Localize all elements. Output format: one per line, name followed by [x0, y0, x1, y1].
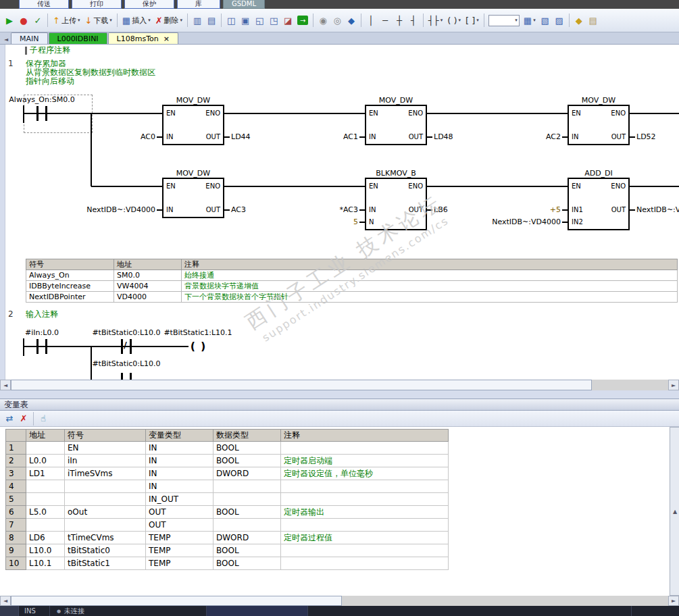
var-table-cell-var_type[interactable]: IN — [146, 455, 213, 467]
var-table-cell-comment[interactable]: 定时器输出 — [281, 506, 449, 519]
operand-label[interactable]: #tBitStatic1:L10.1 — [144, 328, 252, 337]
operand-IN[interactable]: *AC3 — [257, 205, 358, 215]
var-table-cell-comment[interactable] — [281, 519, 449, 532]
var-table-cell-comment[interactable]: 定时器启动端 — [281, 455, 449, 467]
scrollbar-thumb[interactable] — [11, 596, 342, 606]
scroll-up-button[interactable]: ▲ — [670, 427, 679, 596]
var-table-cell-data_type[interactable]: BOOL — [213, 506, 281, 519]
ribbon-tab-3[interactable]: 库 — [177, 0, 220, 9]
ribbon-tab-2[interactable]: 保护 — [124, 0, 174, 9]
var-table-cell-comment[interactable]: 定时器过程值 — [281, 532, 449, 544]
var-table-cell-comment[interactable] — [281, 557, 449, 570]
insert-box-button[interactable]: [ ]▾ — [463, 12, 481, 28]
operand-OUT[interactable]: NextIDB~:VD — [636, 205, 679, 215]
network2-comment[interactable]: 输入注释 — [26, 310, 58, 319]
contact-bar[interactable] — [36, 106, 39, 121]
contact-bar[interactable] — [130, 373, 132, 380]
contact-bar[interactable] — [36, 339, 39, 354]
operand-OUT[interactable]: LD52 — [636, 132, 679, 143]
operand-IN[interactable]: AC0 — [54, 132, 155, 143]
var-table-cell-comment[interactable] — [281, 493, 449, 506]
scroll-left-button[interactable]: ◄ — [0, 596, 11, 606]
delete-button[interactable]: ✗删除▾ — [153, 12, 184, 28]
document-tab-L108msTon[interactable]: L108msTon× — [108, 32, 178, 44]
var-table-cell-symbol[interactable]: oOut — [65, 506, 146, 519]
tab-close-icon[interactable]: × — [164, 34, 170, 43]
scrollbar-thumb[interactable] — [11, 380, 592, 390]
var-table-cell-data_type[interactable] — [213, 480, 281, 493]
ribbon-tab-0[interactable]: 传送 — [19, 0, 69, 9]
insert-row-icon[interactable]: ⇄ — [3, 411, 16, 427]
var-table-cell-symbol[interactable]: EN — [65, 442, 146, 455]
scroll-right-button[interactable]: ► — [668, 596, 679, 606]
symbol-info-table-button[interactable]: ▦▾ — [522, 12, 538, 28]
stop-button[interactable]: ● — [17, 12, 30, 28]
var-table-cell-var_type[interactable]: TEMP — [146, 544, 213, 557]
compile-button[interactable]: ✓ — [31, 12, 45, 28]
var-table-cell-var_type[interactable]: IN — [146, 480, 213, 493]
var-table-cell-data_type[interactable]: DWORD — [213, 532, 281, 544]
var-table-cell-data_type[interactable] — [213, 493, 281, 506]
scroll-right-button[interactable]: ► — [668, 380, 679, 390]
network1-comment-line3[interactable]: 指针向后移动 — [26, 77, 74, 86]
var-table-cell-var_type[interactable]: IN_OUT — [146, 493, 213, 506]
var-table-cell-address[interactable]: L5.0 — [26, 506, 65, 519]
address-combo[interactable]: ▾ — [488, 15, 520, 26]
operand-IN[interactable]: AC1 — [257, 132, 358, 143]
scroll-left-button[interactable]: ◄ — [0, 380, 11, 390]
insert-button[interactable]: ▦插入▾ — [120, 12, 153, 28]
var-table-cell-var_type[interactable]: TEMP — [146, 557, 213, 570]
browse-icon[interactable]: ▤ — [205, 12, 218, 28]
var-table-cell-symbol[interactable]: tBitStatic0 — [65, 544, 146, 557]
var-table-cell-data_type[interactable]: DWORD — [213, 467, 281, 480]
insert-coil-button[interactable]: ( )▾ — [445, 12, 463, 28]
contact-bar[interactable] — [45, 339, 47, 354]
var-table-cell-comment[interactable] — [281, 544, 449, 557]
variable-table-horizontal-scrollbar[interactable]: ◄ ► — [0, 596, 679, 606]
window-arrange-icon[interactable]: ◳ — [267, 12, 280, 28]
var-table-cell-symbol[interactable]: tTimeCVms — [65, 532, 146, 544]
var-table-cell-comment[interactable] — [281, 480, 449, 493]
operand-N[interactable]: 5 — [257, 217, 358, 228]
document-tab-MAIN[interactable]: MAIN — [11, 32, 48, 44]
contact-bar[interactable] — [45, 106, 47, 121]
var-table-cell-data_type[interactable]: BOOL — [213, 442, 281, 455]
var-table-cell-data_type[interactable]: BOOL — [213, 544, 281, 557]
pou-edit-icon[interactable]: ▧ — [538, 12, 552, 28]
var-table-cell-symbol[interactable]: tBitStatic1 — [65, 557, 146, 570]
scrollbar-track[interactable] — [342, 596, 668, 606]
var-table-cell-address[interactable] — [26, 480, 65, 493]
window-cascade-icon[interactable]: ◫ — [224, 12, 238, 28]
var-table-cell-var_type[interactable]: OUT — [146, 519, 213, 532]
insert-horizontal-line-icon[interactable]: ─ — [378, 12, 392, 28]
lock-icon[interactable]: ◉ — [316, 12, 330, 28]
apply-symbols-icon[interactable]: ☝ — [36, 411, 50, 427]
var-table-cell-address[interactable]: L0.0 — [26, 455, 65, 467]
run-button[interactable]: ▶ — [3, 12, 16, 28]
var-table-cell-symbol[interactable] — [65, 493, 146, 506]
operand-label[interactable]: #tBitStatic0:L10.0 — [72, 359, 180, 368]
annotation-icon[interactable]: ▨ — [553, 12, 566, 28]
ribbon-tab-1[interactable]: 打印 — [72, 0, 122, 9]
var-table-cell-symbol[interactable] — [65, 519, 146, 532]
upload-button[interactable]: ↑上传▾ — [51, 12, 82, 28]
contact-bar[interactable] — [130, 339, 132, 354]
var-table-cell-data_type[interactable]: BOOL — [213, 455, 281, 467]
var-table-cell-symbol[interactable]: iTimeSVms — [65, 467, 146, 480]
bookmark-icon[interactable]: ◆ — [345, 12, 358, 28]
var-table-cell-address[interactable] — [26, 442, 65, 455]
insert-branch-icon[interactable]: ┼ — [393, 12, 406, 28]
operand-IN[interactable]: AC2 — [459, 132, 561, 143]
operand-IN[interactable]: NextIDB~:VD4000 — [54, 205, 155, 215]
key-icon[interactable]: ◆ — [572, 12, 586, 28]
var-table-cell-var_type[interactable]: IN — [146, 442, 213, 455]
operand-IN2[interactable]: NextIDB~:VD4000 — [459, 217, 561, 228]
var-table-cell-data_type[interactable]: BOOL — [213, 557, 281, 570]
insert-contact-button[interactable]: ┤├▾ — [426, 12, 445, 28]
contact-bar[interactable] — [121, 373, 123, 380]
var-table-cell-var_type[interactable]: IN — [146, 467, 213, 480]
lock-page-icon[interactable]: ◎ — [330, 12, 344, 28]
var-table-cell-comment[interactable] — [281, 442, 449, 455]
insert-vertical-line-icon[interactable]: │ — [364, 12, 378, 28]
var-table-cell-address[interactable]: L10.1 — [26, 557, 65, 570]
